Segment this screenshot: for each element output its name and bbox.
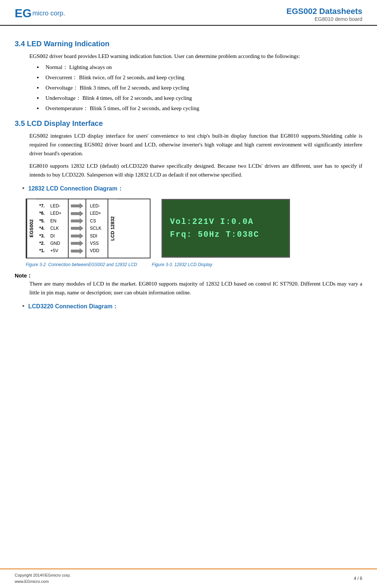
pin-num-5: *5. (39, 217, 48, 225)
document-subtitle: EG8010 demo board (286, 16, 362, 22)
bullet-overcurrent: Overcurrent： Blink twice, off for 2 seco… (37, 73, 362, 82)
pin-name-6: LED+ (50, 210, 61, 217)
rpin-sdi: SDI (90, 232, 104, 240)
pin-row-6: *6. LED+ (39, 210, 64, 217)
company-logo: EG micro corp. (15, 7, 65, 20)
pin-num-1: *1. (39, 247, 48, 254)
arrow-7 (71, 248, 83, 254)
section-34: 3.4 LED Warning Indication EGS002 driver… (15, 40, 362, 113)
conn-right-pins: LED- LED+ CS SCLK SDI VSS VDD (86, 199, 108, 258)
arrow-2 (71, 210, 83, 217)
arrow-5 (71, 233, 83, 239)
conn-left-label: EGS002 (26, 199, 36, 258)
section-35-para2: EG8010 supports 12832 LCD (default) orLC… (29, 161, 362, 179)
rpin-vss: VSS (90, 240, 104, 247)
pin-row-4: *4. CLK (39, 225, 64, 232)
pin-row-7: *7. LED- (39, 202, 64, 210)
pin-row-5: *5. EN (39, 217, 64, 225)
bullet-dot-lcd3220: • (22, 302, 25, 311)
figure-caption-2: Figure 3-3. 12832 LCD Display (152, 262, 213, 267)
logo-micro-text: micro corp. (32, 10, 65, 17)
pin-num-7: *7. (39, 202, 48, 210)
note-section: Note： There are many modules of LCD in t… (15, 272, 362, 297)
arrow-6 (71, 240, 83, 247)
bullet-dot-12832: • (22, 184, 25, 193)
lcd-line-1: Vol:221V I:0.0A (170, 217, 254, 226)
document-title: EGS002 Datasheets (286, 7, 362, 16)
footer-page: 4 / 6 (354, 576, 362, 581)
svg-marker-1 (71, 211, 83, 217)
section-35-heading: 3.5 LCD Display Interface (15, 119, 362, 128)
arrow-3 (71, 218, 83, 224)
note-text: There are many modules of LCD in the mar… (29, 279, 362, 297)
logo-eg: EG (15, 7, 32, 20)
bullet-12832-section: • 12832 LCD Connection Diagram： (22, 185, 362, 193)
section-35-para1: EGS002 integrates LCD display interface … (29, 131, 362, 158)
svg-marker-2 (71, 218, 83, 224)
footer-copyright-line1: Copyright 2014©EGmicro corp. (15, 572, 71, 579)
pin-num-6: *6. (39, 210, 48, 217)
pin-row-1: *1. +5V (39, 247, 64, 254)
figure-captions: Figure 3-2. Connection betweenEGS002 and… (26, 262, 351, 267)
conn-left-pins: *7. LED- *6. LED+ *5. EN *4. CLK (36, 199, 69, 258)
pin-name-5: EN (50, 217, 57, 225)
page-header: EG micro corp. EGS002 Datasheets EG8010 … (0, 0, 377, 26)
pin-row-3: *3. DI (39, 232, 64, 240)
svg-marker-6 (71, 248, 83, 254)
section-34-intro: EGS002 driver board provides LED warning… (29, 52, 362, 61)
arrow-1 (71, 203, 83, 209)
arrow-4 (71, 225, 83, 232)
figure-caption-1: Figure 3-2. Connection betweenEGS002 and… (26, 262, 137, 267)
footer-copyright: Copyright 2014©EGmicro corp. www.EGmicro… (15, 572, 71, 585)
header-right: EGS002 Datasheets EG8010 demo board (286, 7, 362, 22)
bullet-lcd3220-section: • LCD3220 Connection Diagram： (22, 303, 362, 311)
bullet-undervoltage: Undervoltage： Blink 4 times, off for 2 s… (37, 94, 362, 102)
pin-name-2: GND (50, 240, 60, 247)
pin-name-3: DI (50, 232, 55, 240)
connection-diagram-box: EGS002 *7. LED- *6. LED+ *5. EN (26, 199, 151, 258)
pin-num-3: *3. (39, 232, 48, 240)
bullet-normal: Normal： Lighting always on (37, 63, 362, 72)
pin-num-4: *4. (39, 225, 48, 232)
bullet-12832-label: 12832 LCD Connection Diagram： (28, 185, 123, 193)
rpin-led-minus: LED- (90, 202, 104, 210)
pin-name-1: +5V (50, 247, 58, 254)
section-34-heading: 3.4 LED Warning Indication (15, 40, 362, 48)
pin-name-4: CLK (50, 225, 59, 232)
svg-marker-4 (71, 233, 83, 239)
svg-marker-5 (71, 240, 83, 246)
note-label: Note： (15, 272, 32, 279)
conn-arrows (69, 199, 86, 258)
bullet-overvoltage: Overvoltage： Blink 3 times, off for 2 se… (37, 83, 362, 92)
main-content: 3.4 LED Warning Indication EGS002 driver… (0, 26, 377, 322)
conn-right-label: LCD 12832 (108, 199, 117, 258)
svg-marker-0 (71, 203, 83, 209)
diagram-area: EGS002 *7. LED- *6. LED+ *5. EN (26, 199, 351, 258)
lcd-display-simulation: Vol:221V I:0.0A Frq: 50Hz T:038C (162, 199, 290, 258)
bullet-lcd3220-label: LCD3220 Connection Diagram： (28, 303, 118, 311)
svg-marker-3 (71, 225, 83, 231)
page-footer: Copyright 2014©EGmicro corp. www.EGmicro… (0, 569, 377, 588)
section-34-bullets: Normal： Lighting always on Overcurrent： … (37, 63, 362, 113)
bullet-overtemp: Overtemperature： Blink 5 times, off for … (37, 104, 362, 113)
pin-row-2: *2. GND (39, 240, 64, 247)
pin-num-2: *2. (39, 240, 48, 247)
rpin-cs: CS (90, 217, 104, 225)
rpin-sclk: SCLK (90, 225, 104, 232)
pin-name-7: LED- (50, 202, 60, 210)
rpin-led-plus: LED+ (90, 210, 104, 217)
footer-copyright-line2: www.EGmicro.com (15, 578, 71, 585)
lcd-line-2: Frq: 50Hz T:038C (170, 230, 259, 239)
rpin-vdd: VDD (90, 247, 104, 254)
section-35: 3.5 LCD Display Interface EGS002 integra… (15, 119, 362, 311)
